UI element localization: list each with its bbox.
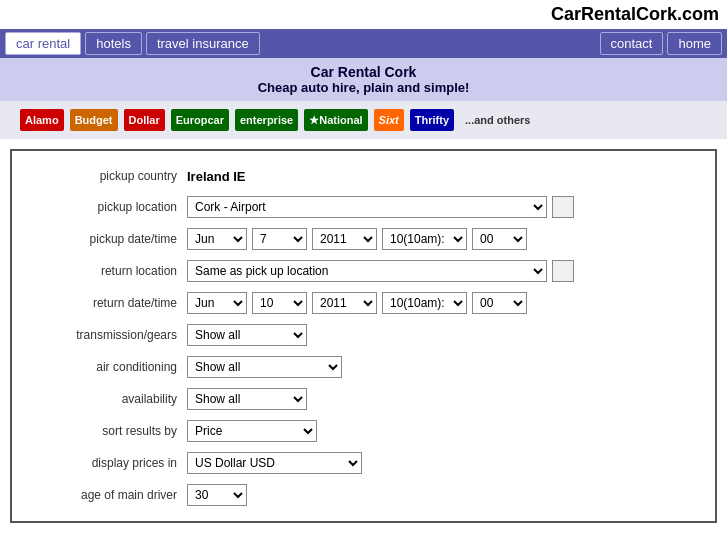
pickup-location-row: pickup location Cork - Airport Cork City… — [12, 191, 715, 223]
currency-select[interactable]: US Dollar USD Euro EUR GBP — [187, 452, 362, 474]
brand-thrifty: Thrifty — [410, 109, 454, 131]
pickup-year-select[interactable]: 201120122013 — [312, 228, 377, 250]
pickup-country-row: pickup country Ireland IE — [12, 161, 715, 191]
page-title: Car Rental Cork — [6, 64, 721, 80]
pickup-date-label: pickup date/time — [27, 232, 187, 246]
pickup-date-row: pickup date/time JanFebMarAprMay JunJulA… — [12, 223, 715, 255]
return-date-row: return date/time JanFebMarAprMay JunJulA… — [12, 287, 715, 319]
transmission-controls: Show all Automatic Manual — [187, 324, 700, 346]
ac-select[interactable]: Show all With AC Without AC — [187, 356, 342, 378]
brand-sixt: Sixt — [374, 109, 404, 131]
return-month-select[interactable]: JanFebMarAprMay JunJulAugSep OctNovDec — [187, 292, 247, 314]
brands-bar: Alamo Budget Dollar Europcar enterprise … — [0, 101, 727, 139]
return-location-color[interactable] — [552, 260, 574, 282]
page-tagline: Cheap auto hire, plain and simple! — [6, 80, 721, 95]
return-location-row: return location Same as pick up location… — [12, 255, 715, 287]
search-form: pickup country Ireland IE pickup locatio… — [10, 149, 717, 523]
brand-europcar: Europcar — [171, 109, 229, 131]
currency-label: display prices in — [27, 456, 187, 470]
availability-label: availability — [27, 392, 187, 406]
sort-controls: Price Car type Company — [187, 420, 700, 442]
brand-alamo: Alamo — [20, 109, 64, 131]
age-label: age of main driver — [27, 488, 187, 502]
return-hour-select[interactable]: 8(8am):9(9am):10(10am): 11(11am):12(noon… — [382, 292, 467, 314]
availability-row: availability Show all Available only — [12, 383, 715, 415]
transmission-row: transmission/gears Show all Automatic Ma… — [12, 319, 715, 351]
pickup-country-value: Ireland IE — [187, 169, 246, 184]
nav-home[interactable]: home — [667, 32, 722, 55]
sort-select[interactable]: Price Car type Company — [187, 420, 317, 442]
pickup-location-select[interactable]: Cork - Airport Cork City Cork Docklands — [187, 196, 547, 218]
return-location-controls: Same as pick up location Cork - Airport … — [187, 260, 700, 282]
return-year-select[interactable]: 201120122013 — [312, 292, 377, 314]
return-date-label: return date/time — [27, 296, 187, 310]
nav-car-rental[interactable]: car rental — [5, 32, 81, 55]
page-subtitle: Car Rental Cork Cheap auto hire, plain a… — [0, 58, 727, 101]
brand-enterprise: enterprise — [235, 109, 298, 131]
return-location-label: return location — [27, 264, 187, 278]
pickup-country-label: pickup country — [27, 169, 187, 183]
sort-label: sort results by — [27, 424, 187, 438]
age-controls: 1819202122 2324252627 2829303132 3540455… — [187, 484, 700, 506]
brand-dollar: Dollar — [124, 109, 165, 131]
sort-row: sort results by Price Car type Company — [12, 415, 715, 447]
transmission-label: transmission/gears — [27, 328, 187, 342]
pickup-date-controls: JanFebMarAprMay JunJulAugSep OctNovDec 1… — [187, 228, 700, 250]
availability-select[interactable]: Show all Available only — [187, 388, 307, 410]
nav-bar: car rental hotels travel insurance conta… — [0, 29, 727, 58]
nav-left: car rental hotels travel insurance — [5, 32, 596, 55]
pickup-location-color[interactable] — [552, 196, 574, 218]
pickup-month-select[interactable]: JanFebMarAprMay JunJulAugSep OctNovDec — [187, 228, 247, 250]
pickup-location-controls: Cork - Airport Cork City Cork Docklands — [187, 196, 700, 218]
pickup-location-label: pickup location — [27, 200, 187, 214]
return-min-select[interactable]: 00153045 — [472, 292, 527, 314]
availability-controls: Show all Available only — [187, 388, 700, 410]
nav-travel-insurance[interactable]: travel insurance — [146, 32, 260, 55]
currency-row: display prices in US Dollar USD Euro EUR… — [12, 447, 715, 479]
pickup-country-value-area: Ireland IE — [187, 169, 700, 184]
pickup-day-select[interactable]: 12345 678910 1112131415 1617181920 21222… — [252, 228, 307, 250]
age-select[interactable]: 1819202122 2324252627 2829303132 3540455… — [187, 484, 247, 506]
return-date-controls: JanFebMarAprMay JunJulAugSep OctNovDec 1… — [187, 292, 700, 314]
pickup-hour-select[interactable]: 8(8am):9(9am):10(10am): 11(11am):12(noon… — [382, 228, 467, 250]
ac-label: air conditioning — [27, 360, 187, 374]
brand-budget: Budget — [70, 109, 118, 131]
transmission-select[interactable]: Show all Automatic Manual — [187, 324, 307, 346]
brand-national: ★National — [304, 109, 367, 131]
age-row: age of main driver 1819202122 2324252627… — [12, 479, 715, 511]
return-day-select[interactable]: 12345 6789 10111213 1415161718 192021222… — [252, 292, 307, 314]
nav-hotels[interactable]: hotels — [85, 32, 142, 55]
currency-controls: US Dollar USD Euro EUR GBP — [187, 452, 700, 474]
site-title: CarRentalCork.com — [0, 0, 727, 29]
nav-contact[interactable]: contact — [600, 32, 664, 55]
ac-row: air conditioning Show all With AC Withou… — [12, 351, 715, 383]
return-location-select[interactable]: Same as pick up location Cork - Airport … — [187, 260, 547, 282]
ac-controls: Show all With AC Without AC — [187, 356, 700, 378]
pickup-min-select[interactable]: 00153045 — [472, 228, 527, 250]
nav-right: contact home — [600, 32, 722, 55]
brand-others: ...and others — [460, 109, 535, 131]
